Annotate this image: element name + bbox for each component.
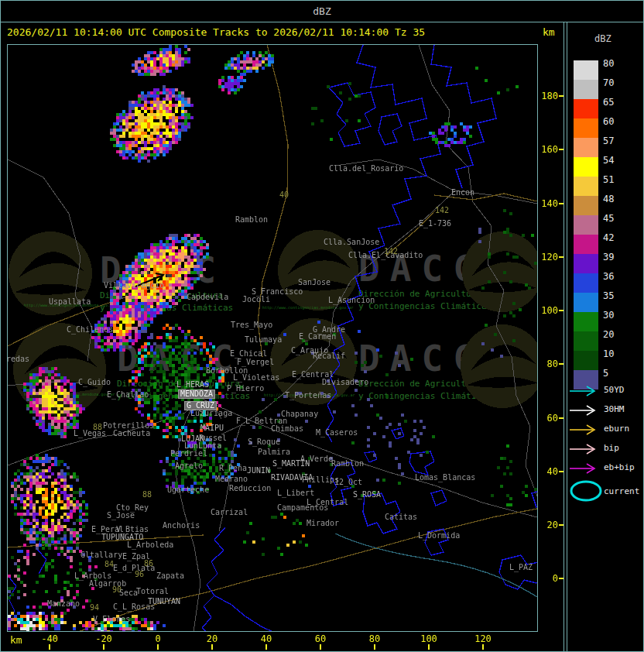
map-label: E_Challao [107, 391, 149, 399]
dbz-swatch [574, 157, 598, 177]
bottom-axis-tick [374, 644, 375, 650]
right-axis-tick-label: 100 [538, 306, 558, 315]
dbz-swatch [574, 312, 598, 331]
bottom-axis-unit-label: km [10, 634, 22, 646]
dbz-swatch-label: 5 [603, 369, 608, 378]
map-label: Anchoris [163, 522, 200, 530]
bottom-axis-tick [103, 644, 104, 650]
map-label: SanJose [298, 279, 331, 287]
map-label: T_Porteñas [285, 392, 331, 400]
right-axis-tick-label: 40 [538, 467, 558, 476]
map-label: E_Carmen [299, 333, 336, 341]
map-label: Seca [119, 589, 138, 597]
map-label: Perdriel [170, 450, 207, 458]
map-label: V_Flores [93, 616, 130, 623]
bottom-axis-tick-label: 40 [249, 634, 283, 643]
map-label: Campamentos [277, 504, 328, 512]
map-label: MAIPU [200, 424, 224, 432]
map-label: JUNIN [247, 467, 270, 475]
map-label: Luzuriaga [190, 410, 232, 417]
timestamp-header: 2026/02/11 10:14:00 UTC Composite Tracks… [7, 26, 425, 38]
map-label: aredas [7, 355, 29, 363]
map-label: Chimbas [271, 425, 303, 433]
map-label: Encon [451, 189, 474, 197]
right-axis-tick-label: 80 [538, 359, 558, 369]
bottom-axis-tick [320, 644, 321, 650]
dbz-swatch-label: 48 [603, 194, 614, 204]
dbz-swatch [574, 254, 598, 273]
radar-map-area[interactable]: DACCDirección de Agriculturay Contingenc… [7, 44, 538, 632]
map-label: L_Vegas [74, 430, 106, 438]
dbz-swatch-label: 10 [603, 349, 614, 359]
dbz-swatch [574, 177, 598, 196]
map-label: R_Peña [219, 465, 247, 472]
dbz-swatch [574, 331, 598, 351]
title-bar: dBZ [1, 1, 643, 22]
dbz-swatch-label: 80 [603, 59, 614, 68]
30HM-arrow-icon [569, 404, 601, 419]
right-axis-tick-label: 0 [538, 574, 558, 583]
dbz-swatch-label: 57 [603, 136, 614, 146]
map-label: 12_Oct [334, 479, 362, 486]
dbz-swatch-label: 20 [603, 330, 614, 339]
marker-label: 30HM [604, 405, 625, 414]
map-label: M_Caseros [316, 429, 358, 437]
map-label: Medrano [215, 475, 248, 483]
dbz-swatch [574, 80, 598, 99]
map-label: 88 [142, 491, 152, 499]
bottom-axis-tick-label: 60 [303, 634, 337, 643]
bottom-axis-tick-label: 120 [466, 634, 500, 643]
marker-label: eburn [604, 424, 629, 434]
map-label: C_Chilenos [67, 326, 113, 334]
dbz-swatch [574, 196, 598, 215]
bottom-axis-tick-label: -40 [33, 634, 67, 643]
map-label: C_Guido [78, 379, 111, 386]
map-labels-layer: Clla.del_RosarioEncon142E_1-73640Ramblon… [8, 45, 537, 631]
panel-divider-line-2 [567, 22, 567, 652]
right-axis-unit-label: km [543, 26, 555, 38]
bottom-axis-tick [428, 644, 430, 650]
map-label: Ugarteche [167, 486, 209, 494]
radar-window: dBZ 2026/02/11 10:14:00 UTC Composite Tr… [0, 0, 644, 652]
dbz-swatch-label: 39 [603, 252, 614, 262]
marker-label: current [604, 487, 639, 496]
map-label: Clla.SanJose [324, 238, 379, 246]
map-label: Recalif [313, 352, 345, 360]
dbz-swatch-label: 70 [603, 78, 614, 88]
map-label: 40 [279, 191, 289, 199]
legend-title: dBZ [594, 33, 611, 44]
dbz-swatch-label: 30 [603, 311, 614, 320]
dbz-swatch-label: 42 [603, 233, 614, 242]
map-label: E_1-736 [419, 220, 451, 228]
bip-arrow-icon [569, 443, 601, 458]
map-label: Villavicencio [104, 282, 164, 290]
bottom-axis-tick [482, 644, 484, 650]
dbz-swatch [574, 138, 598, 157]
map-label: L_Libert [277, 489, 314, 497]
panel-divider-line [564, 22, 564, 652]
bottom-axis-tick-label: -20 [87, 634, 121, 643]
right-axis-tick-label: 140 [538, 199, 558, 208]
bottom-axis-tick [265, 644, 267, 650]
map-label: Cacheuta [113, 430, 150, 438]
right-axis-tick-label: 160 [538, 145, 558, 154]
map-label: L_PAZ [509, 564, 533, 571]
right-axis-tick-label: 20 [538, 520, 558, 530]
marker-label: eb+bip [604, 463, 635, 472]
dbz-swatch [574, 118, 598, 138]
map-label: Uspallata [49, 298, 91, 306]
right-axis-tick-label: 120 [538, 252, 558, 262]
50YD-arrow-icon [569, 385, 601, 400]
map-label: L_Asuncion [328, 297, 375, 304]
map-label: Gltallary [80, 551, 122, 559]
dbz-swatch [574, 351, 598, 370]
map-label: Totoral [136, 588, 169, 595]
dbz-swatch [574, 215, 598, 235]
map-label: Palmira [258, 448, 290, 456]
map-label: Lomas_Blancas [415, 474, 475, 482]
eburn-arrow-icon [569, 424, 601, 438]
bottom-axis-tick [211, 644, 213, 650]
bottom-axis-tick-label: 80 [358, 634, 392, 643]
map-label: Agrelo [175, 462, 203, 470]
map-label: Mirador [307, 520, 339, 527]
